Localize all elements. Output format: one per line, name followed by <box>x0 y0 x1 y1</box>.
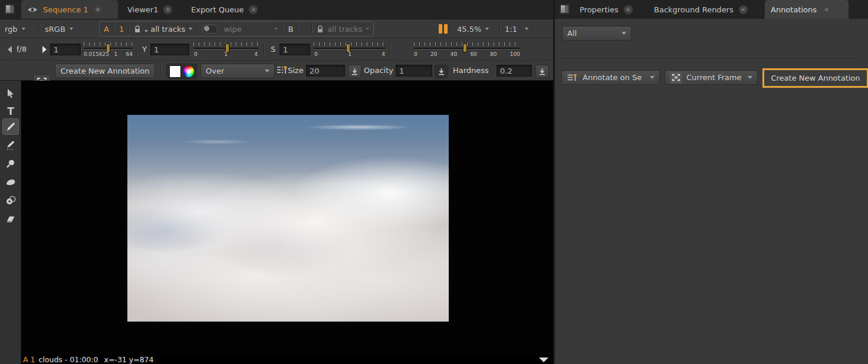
colorspace-label: sRGB <box>45 25 65 34</box>
frame-range-select[interactable]: Current Frame <box>665 70 758 85</box>
wipe-label: wipe <box>223 25 242 34</box>
saturation-input[interactable] <box>280 44 310 55</box>
annotations-panel: All Annotate on Se Current Frame Create … <box>555 19 868 364</box>
size-label: Size <box>288 66 304 75</box>
pane-layout-icon[interactable] <box>4 3 16 15</box>
magnifier-icon <box>6 159 15 168</box>
gamma-input[interactable] <box>150 44 189 55</box>
proxy-ratio-value: 1:1 <box>505 25 517 34</box>
brush-color-group <box>166 64 197 79</box>
zoom-level-select[interactable]: 45.5% <box>457 22 489 36</box>
brush-tool[interactable] <box>2 118 19 135</box>
prev-stop-button[interactable] <box>8 46 12 53</box>
wipe-toggle[interactable] <box>202 25 218 34</box>
tracks-b-select[interactable]: all tracks <box>327 25 369 34</box>
close-icon[interactable]: ✕ <box>624 5 633 14</box>
annotate-on-icon <box>567 73 578 82</box>
proxy-ratio-select[interactable]: 1:1 <box>505 22 528 36</box>
apply-opacity-icon[interactable] <box>435 65 448 78</box>
tab-export-queue[interactable]: Export Queue ✕ <box>185 0 271 19</box>
status-input-track: A 1 <box>23 355 35 364</box>
brush-color-swatch[interactable] <box>169 65 181 78</box>
annotation-toolbar: Create New Annotation Over Size Opacity … <box>0 61 554 81</box>
close-icon[interactable]: ✕ <box>822 5 831 14</box>
input-b-button[interactable]: B <box>288 25 293 34</box>
tab-properties[interactable]: Properties ✕ <box>574 0 646 19</box>
marker-tool[interactable] <box>2 137 19 154</box>
version-a-button[interactable]: 1 <box>119 25 124 34</box>
input-a-button[interactable]: A <box>104 25 109 34</box>
saturation-slider[interactable]: 0 1 4 <box>314 41 386 59</box>
annotate-on-select[interactable]: Annotate on Se <box>561 70 660 85</box>
frame-range-value: Current Frame <box>686 73 743 82</box>
clone-icon <box>5 196 17 206</box>
channel-label: rgb <box>5 25 18 34</box>
fstop-label: f/8 <box>17 45 27 54</box>
text-tool[interactable]: T <box>2 103 19 120</box>
annotate-on-value: Annotate on Se <box>583 73 645 82</box>
tab-viewer1[interactable]: Viewer1 ✕ <box>121 0 180 19</box>
tracks-a-select[interactable]: all tracks <box>150 25 192 34</box>
ab-input-group: A 1 all tracks wipe B <box>99 21 374 37</box>
gain-slider[interactable]: 0.015625 1 64 <box>84 41 133 59</box>
lock-icon[interactable] <box>317 25 324 33</box>
hardness-input[interactable] <box>497 65 532 77</box>
select-tool[interactable] <box>2 85 19 101</box>
tab-label: Viewer1 <box>127 5 158 14</box>
viewer-tab-bar: Sequence 1 ✕ Viewer1 ✕ Export Queue ✕ <box>0 0 554 19</box>
create-annotation-button[interactable]: Create New Annotation <box>55 64 155 78</box>
marker-icon <box>5 140 16 151</box>
smudge-tool[interactable] <box>2 174 19 190</box>
apply-size-icon[interactable] <box>348 65 361 78</box>
wipe-mode-select[interactable]: wipe <box>223 25 278 34</box>
gain-input[interactable] <box>50 44 81 55</box>
tracks-a-label: all tracks <box>150 25 185 34</box>
current-frame-icon <box>670 72 682 84</box>
tab-annotations[interactable]: Annotations ✕ <box>765 0 849 19</box>
pane-layout-icon[interactable] <box>558 3 571 15</box>
nuke-studio-window: Sequence 1 ✕ Viewer1 ✕ Export Queue ✕ rg… <box>0 0 868 364</box>
status-menu-icon[interactable] <box>539 358 548 362</box>
apply-hardness-icon[interactable] <box>535 65 549 78</box>
panel-separator <box>562 58 861 59</box>
gamma-slider[interactable]: 0 1 4 <box>193 41 258 59</box>
colorspace-select[interactable]: sRGB <box>45 22 73 36</box>
eye-icon <box>27 6 38 13</box>
blend-mode-value: Over <box>206 67 260 75</box>
clone-tool[interactable] <box>2 192 19 209</box>
viewer-status-bar: A 1 clouds - 01:00:0 x=-31 y=874 <box>21 355 554 364</box>
smudge-icon <box>5 178 16 186</box>
eraser-icon <box>5 216 16 223</box>
size-input[interactable] <box>306 65 345 77</box>
status-clip-info: clouds - 01:00:0 <box>38 355 98 364</box>
tab-label: Properties <box>580 5 619 14</box>
blend-mode-select[interactable]: Over <box>200 64 275 78</box>
status-cursor-coords: x=-31 y=874 <box>104 355 154 364</box>
lock-icon[interactable] <box>134 25 148 33</box>
tab-label: Background Renders <box>654 5 734 14</box>
channel-select[interactable]: rgb <box>5 22 25 36</box>
eraser-tool[interactable] <box>2 211 19 227</box>
close-icon[interactable]: ✕ <box>163 5 172 14</box>
next-stop-button[interactable] <box>42 46 47 53</box>
close-icon[interactable]: ✕ <box>249 5 258 14</box>
close-icon[interactable]: ✕ <box>739 5 748 14</box>
gamma-label: Y <box>142 45 147 54</box>
text-icon: T <box>7 107 14 117</box>
tracks-b-label: all tracks <box>327 25 362 34</box>
tab-background-renders[interactable]: Background Renders ✕ <box>648 0 762 19</box>
annotation-tools-column: T <box>0 81 21 364</box>
color-wheel-icon[interactable] <box>183 66 194 77</box>
cursor-icon <box>6 88 15 98</box>
right-tab-bar: Properties ✕ Background Renders ✕ Annota… <box>555 0 868 19</box>
opacity-input[interactable] <box>396 65 432 77</box>
pause-updates-icon[interactable] <box>439 24 448 34</box>
volume-slider[interactable]: 0 20 40 60 80 100 <box>414 41 520 59</box>
saturation-label: S <box>271 45 275 54</box>
tab-sequence-1[interactable]: Sequence 1 ✕ <box>21 0 118 19</box>
annotation-filter-select[interactable]: All <box>562 26 632 41</box>
close-icon[interactable]: ✕ <box>94 5 103 14</box>
viewer-canvas[interactable] <box>21 81 554 355</box>
create-annotation-button-highlighted[interactable]: Create New Annotation <box>762 68 868 88</box>
magnifier-tool[interactable] <box>2 155 19 172</box>
